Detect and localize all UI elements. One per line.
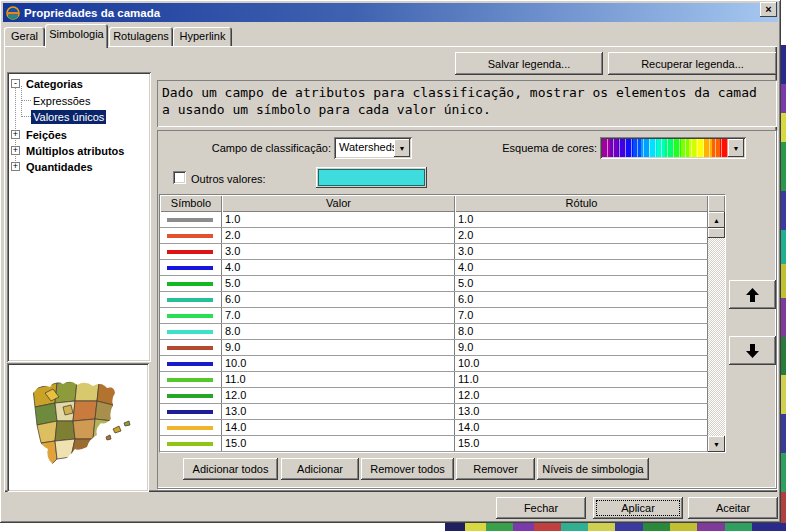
line-symbol[interactable] <box>167 394 213 398</box>
value-cell[interactable]: 5.0 <box>222 276 455 291</box>
table-row[interactable]: 11.011.0 <box>160 372 725 388</box>
label-cell[interactable]: 11.0 <box>455 372 708 387</box>
value-cell[interactable]: 4.0 <box>222 260 455 275</box>
scroll-down-icon[interactable]: ▼ <box>708 436 725 452</box>
save-legend-button[interactable]: Salvar legenda... <box>455 52 603 75</box>
tree-item-multiplos-atributos[interactable]: + Múltiplos atributos <box>11 143 126 158</box>
label-cell[interactable]: 7.0 <box>455 308 708 323</box>
table-row[interactable]: 5.05.0 <box>160 276 725 292</box>
tree-item-categorias[interactable]: - Categorias <box>11 76 85 91</box>
value-cell[interactable]: 8.0 <box>222 324 455 339</box>
line-symbol[interactable] <box>167 378 213 382</box>
label-cell[interactable]: 6.0 <box>455 292 708 307</box>
value-cell[interactable]: 9.0 <box>222 340 455 355</box>
scroll-up-icon[interactable]: ▲ <box>708 212 725 228</box>
tab-hyperlink[interactable]: Hyperlink <box>173 27 232 46</box>
line-symbol[interactable] <box>167 266 213 270</box>
label-cell[interactable]: 4.0 <box>455 260 708 275</box>
chevron-down-icon[interactable]: ▼ <box>394 139 410 157</box>
chevron-down-icon[interactable]: ▼ <box>728 139 744 157</box>
line-symbol[interactable] <box>167 282 213 286</box>
line-symbol[interactable] <box>167 330 213 334</box>
label-cell[interactable]: 12.0 <box>455 388 708 403</box>
accept-button[interactable]: Aceitar <box>688 497 778 519</box>
table-row[interactable]: 7.07.0 <box>160 308 725 324</box>
plus-icon[interactable]: + <box>11 146 20 155</box>
value-cell[interactable]: 2.0 <box>222 228 455 243</box>
value-cell[interactable]: 6.0 <box>222 292 455 307</box>
value-cell[interactable]: 15.0 <box>222 436 455 451</box>
symbology-levels-button[interactable]: Níveis de simbologia <box>537 458 649 480</box>
tree-item-feicoes[interactable]: + Feições <box>11 127 69 142</box>
table-scrollbar[interactable]: ▲ ▼ <box>708 212 725 452</box>
column-header-rotulo[interactable]: Rótulo <box>455 195 708 212</box>
remove-all-button[interactable]: Remover todos <box>361 458 454 480</box>
line-symbol[interactable] <box>167 426 213 430</box>
value-cell[interactable]: 3.0 <box>222 244 455 259</box>
add-all-button[interactable]: Adicionar todos <box>183 458 278 480</box>
table-row[interactable]: 4.04.0 <box>160 260 725 276</box>
line-symbol[interactable] <box>167 346 213 350</box>
table-row[interactable]: 3.03.0 <box>160 244 725 260</box>
tab-rotulagens[interactable]: Rotulagens <box>109 27 173 46</box>
value-cell[interactable]: 7.0 <box>222 308 455 323</box>
table-row[interactable]: 1.01.0 <box>160 212 725 228</box>
close-button[interactable]: Fechar <box>496 497 586 519</box>
value-cell[interactable]: 14.0 <box>222 420 455 435</box>
minus-icon[interactable]: - <box>11 79 20 88</box>
line-symbol[interactable] <box>167 442 213 446</box>
tab-geral[interactable]: Geral <box>4 27 45 46</box>
table-row[interactable]: 2.02.0 <box>160 228 725 244</box>
plus-icon[interactable]: + <box>11 130 20 139</box>
line-symbol[interactable] <box>167 410 213 414</box>
table-row[interactable]: 13.013.0 <box>160 404 725 420</box>
label-cell[interactable]: 2.0 <box>455 228 708 243</box>
table-row[interactable]: 6.06.0 <box>160 292 725 308</box>
label-cell[interactable]: 9.0 <box>455 340 708 355</box>
other-values-checkbox[interactable] <box>173 171 186 184</box>
label-cell[interactable]: 15.0 <box>455 436 708 451</box>
table-row[interactable]: 14.014.0 <box>160 420 725 436</box>
table-row[interactable]: 15.015.0 <box>160 436 725 452</box>
title-bar[interactable]: Propriedades da camada <box>3 3 778 22</box>
classification-field-select[interactable]: Watersheds ▼ <box>334 137 412 159</box>
line-symbol[interactable] <box>167 314 213 318</box>
line-symbol[interactable] <box>167 298 213 302</box>
move-up-button[interactable] <box>729 280 776 309</box>
line-symbol[interactable] <box>167 234 213 238</box>
move-down-button[interactable] <box>729 336 776 365</box>
value-cell[interactable]: 10.0 <box>222 356 455 371</box>
other-values-symbol-button[interactable] <box>316 167 427 188</box>
plus-icon[interactable]: + <box>11 162 20 171</box>
line-symbol[interactable] <box>167 362 213 366</box>
table-row[interactable]: 12.012.0 <box>160 388 725 404</box>
add-button[interactable]: Adicionar <box>281 458 359 480</box>
label-cell[interactable]: 13.0 <box>455 404 708 419</box>
value-cell[interactable]: 12.0 <box>222 388 455 403</box>
label-cell[interactable]: 1.0 <box>455 212 708 227</box>
tab-simbologia[interactable]: Simbologia <box>45 24 108 48</box>
label-cell[interactable]: 8.0 <box>455 324 708 339</box>
tree-item-valores-unicos[interactable]: Valores únicos <box>31 109 106 124</box>
label-cell[interactable]: 14.0 <box>455 420 708 435</box>
column-header-simbolo[interactable]: Símbolo <box>160 195 222 212</box>
line-symbol[interactable] <box>167 218 213 222</box>
label-cell[interactable]: 10.0 <box>455 356 708 371</box>
label-cell[interactable]: 3.0 <box>455 244 708 259</box>
table-row[interactable]: 10.010.0 <box>160 356 725 372</box>
line-symbol[interactable] <box>167 250 213 254</box>
apply-button[interactable]: Aplicar <box>593 497 683 519</box>
remove-button[interactable]: Remover <box>456 458 535 480</box>
scrollbar-thumb[interactable] <box>708 228 725 238</box>
restore-legend-button[interactable]: Recuperar legenda... <box>608 52 777 75</box>
table-row[interactable]: 8.08.0 <box>160 324 725 340</box>
color-scheme-select[interactable]: ▼ <box>600 137 746 159</box>
label-cell[interactable]: 5.0 <box>455 276 708 291</box>
column-header-valor[interactable]: Valor <box>222 195 455 212</box>
tree-item-expressoes[interactable]: Expressões <box>31 93 92 108</box>
close-icon[interactable]: × <box>760 2 777 17</box>
value-cell[interactable]: 13.0 <box>222 404 455 419</box>
tree-item-quantidades[interactable]: + Quantidades <box>11 159 95 174</box>
value-cell[interactable]: 1.0 <box>222 212 455 227</box>
table-row[interactable]: 9.09.0 <box>160 340 725 356</box>
